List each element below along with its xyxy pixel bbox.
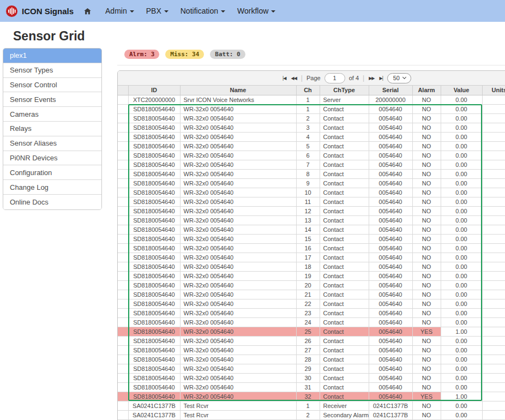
table-row[interactable]: SD8180054640WR-32x0 005464011Contact0054… xyxy=(118,197,505,206)
cell-ch: 16 xyxy=(296,243,320,253)
table-row[interactable]: SD8180054640WR-32x0 005464019Contact0054… xyxy=(118,271,505,280)
cell-value: 0.00 xyxy=(441,308,482,317)
table-row[interactable]: SD8180054640WR-32x0 005464017Contact0054… xyxy=(118,253,505,262)
home-button[interactable] xyxy=(83,7,92,15)
cell-units xyxy=(482,104,505,113)
cell-chtype: Contact xyxy=(320,197,369,206)
cell-blank xyxy=(118,355,128,364)
cell-value: 0.00 xyxy=(441,253,482,262)
table-row[interactable]: SD8180054640WR-32x0 00546401Contact00546… xyxy=(118,104,505,113)
table-row[interactable]: SD8180054640WR-32x0 005464032Contact0054… xyxy=(118,392,505,401)
cell-blank xyxy=(118,104,128,113)
column-header-chtype: ChType xyxy=(320,86,369,95)
cell-name: WR-32x0 0054640 xyxy=(180,336,296,345)
cell-chtype: Contact xyxy=(320,299,369,308)
sidebar-item-sensor-events[interactable]: Sensor Events xyxy=(3,92,101,107)
sidebar-item-pi0nr-devices[interactable]: Pi0NR Devices xyxy=(3,151,101,166)
table-row[interactable]: SD8180054640WR-32x0 005464023Contact0054… xyxy=(118,308,505,317)
table-row[interactable]: XTC200000000Srvr ICON Voice Networks1Ser… xyxy=(118,95,505,104)
table-row[interactable]: SD8180054640WR-32x0 005464029Contact0054… xyxy=(118,364,505,373)
table-row[interactable]: SD8180054640WR-32x0 00546406Contact00546… xyxy=(118,151,505,160)
table-row[interactable]: SD8180054640WR-32x0 005464025Contact0054… xyxy=(118,327,505,336)
cell-blank xyxy=(118,169,128,178)
cell-name: Test Rcvr xyxy=(180,401,296,410)
table-row[interactable]: SD8180054640WR-32x0 00546405Contact00546… xyxy=(118,141,505,151)
nav-item-admin[interactable]: Admin xyxy=(99,7,140,15)
table-row[interactable]: SD8180054640WR-32x0 005464013Contact0054… xyxy=(118,215,505,225)
table-row[interactable]: SD8180054640WR-32x0 005464012Contact0054… xyxy=(118,206,505,215)
cell-chtype: Contact xyxy=(320,355,369,364)
page-number-input[interactable] xyxy=(324,73,345,83)
table-row[interactable]: SA0241C1377BTest Rcvr1Receiver0241C1377B… xyxy=(118,401,505,410)
first-page-icon[interactable]: |◀ xyxy=(282,75,287,82)
cell-name: WR-32x0 0054640 xyxy=(180,327,296,336)
cell-value: 0.00 xyxy=(441,169,482,178)
brand[interactable]: ICON Signals xyxy=(5,5,74,17)
cell-units xyxy=(482,225,505,234)
table-row[interactable]: SD8180054640WR-32x0 005464030Contact0054… xyxy=(118,373,505,382)
cell-id: SD8180054640 xyxy=(128,141,180,151)
cell-serial: 0054640 xyxy=(369,188,412,197)
table-row[interactable]: SD8180054640WR-32x0 005464027Contact0054… xyxy=(118,345,505,355)
cell-chtype: Contact xyxy=(320,317,369,327)
sidebar-item-relays[interactable]: Relays xyxy=(3,122,101,136)
sidebar-item-sensor-types[interactable]: Sensor Types xyxy=(3,63,101,78)
cell-ch: 26 xyxy=(296,336,320,345)
cell-ch: 1 xyxy=(296,401,320,410)
sidebar-item-change-log[interactable]: Change Log xyxy=(3,180,101,195)
table-row[interactable]: SD8180054640WR-32x0 005464018Contact0054… xyxy=(118,262,505,271)
sidebar-item-plex1[interactable]: plex1 xyxy=(3,49,101,63)
table-row[interactable]: SD8180054640WR-32x0 005464028Contact0054… xyxy=(118,355,505,364)
cell-units xyxy=(482,197,505,206)
cell-alarm: NO xyxy=(412,317,441,327)
cell-blank xyxy=(118,392,128,401)
cell-serial: 0054640 xyxy=(369,123,412,132)
nav-item-pbx[interactable]: PBX xyxy=(140,7,175,15)
last-page-icon[interactable]: ▶| xyxy=(378,75,383,82)
cell-blank xyxy=(118,317,128,327)
cell-name: WR-32x0 0054640 xyxy=(180,215,296,225)
table-row[interactable]: SD8180054640WR-32x0 005464021Contact0054… xyxy=(118,290,505,299)
table-row[interactable]: SD8180054640WR-32x0 00546407Contact00546… xyxy=(118,160,505,169)
table-row[interactable]: SD8180054640WR-32x0 005464015Contact0054… xyxy=(118,234,505,243)
cell-chtype: Contact xyxy=(320,382,369,392)
table-row[interactable]: SD8180054640WR-32x0 005464026Contact0054… xyxy=(118,336,505,345)
table-row[interactable]: SD8180054640WR-32x0 005464024Contact0054… xyxy=(118,317,505,327)
sidebar-item-online-docs[interactable]: Online Docs xyxy=(3,195,101,209)
sidebar-item-cameras[interactable]: Cameras xyxy=(3,107,101,122)
cell-units xyxy=(482,308,505,317)
nav-item-workflow[interactable]: Workflow xyxy=(231,7,281,15)
cell-chtype: Contact xyxy=(320,336,369,345)
cell-alarm: NO xyxy=(412,141,441,151)
table-row[interactable]: SD8180054640WR-32x0 005464020Contact0054… xyxy=(118,280,505,290)
cell-serial: 0054640 xyxy=(369,151,412,160)
prev-page-icon[interactable]: ◀◀ xyxy=(291,75,297,82)
table-row[interactable]: SD8180054640WR-32x0 00546408Contact00546… xyxy=(118,169,505,178)
cell-ch: 14 xyxy=(296,225,320,234)
cell-chtype: Contact xyxy=(320,206,369,215)
table-row[interactable]: SD8180054640WR-32x0 005464014Contact0054… xyxy=(118,225,505,234)
cell-id: SD8180054640 xyxy=(128,271,180,280)
table-row[interactable]: SD8180054640WR-32x0 00546409Contact00546… xyxy=(118,178,505,188)
cell-name: WR-32x0 0054640 xyxy=(180,299,296,308)
table-row[interactable]: SD8180054640WR-32x0 005464016Contact0054… xyxy=(118,243,505,253)
pager-separator: | xyxy=(301,74,303,82)
cell-units xyxy=(482,336,505,345)
cell-blank xyxy=(118,410,128,419)
sidebar-item-configuration[interactable]: Configuration xyxy=(3,165,101,180)
table-row[interactable]: SD8180054640WR-32x0 005464010Contact0054… xyxy=(118,188,505,197)
next-page-icon[interactable]: ▶▶ xyxy=(368,75,375,82)
table-row[interactable]: SD8180054640WR-32x0 005464031Contact0054… xyxy=(118,382,505,392)
sidebar-item-sensor-aliases[interactable]: Sensor Aliases xyxy=(3,136,101,151)
table-row[interactable]: SD8180054640WR-32x0 00546403Contact00546… xyxy=(118,123,505,132)
cell-value: 0.00 xyxy=(441,355,482,364)
sidebar-item-label: Pi0NR Devices xyxy=(10,154,57,162)
cell-name: WR-32x0 0054640 xyxy=(180,253,296,262)
table-row[interactable]: SD8180054640WR-32x0 005464022Contact0054… xyxy=(118,299,505,308)
nav-item-notification[interactable]: Notification xyxy=(175,7,231,15)
table-row[interactable]: SD8180054640WR-32x0 00546402Contact00546… xyxy=(118,113,505,123)
table-row[interactable]: SD8180054640WR-32x0 00546404Contact00546… xyxy=(118,132,505,141)
sidebar-item-sensor-control[interactable]: Sensor Control xyxy=(3,78,101,93)
page-size-select[interactable]: 50 xyxy=(387,73,411,83)
table-row[interactable]: SA0241C1377BTest Rcvr2Secondary Alarm024… xyxy=(118,410,505,419)
